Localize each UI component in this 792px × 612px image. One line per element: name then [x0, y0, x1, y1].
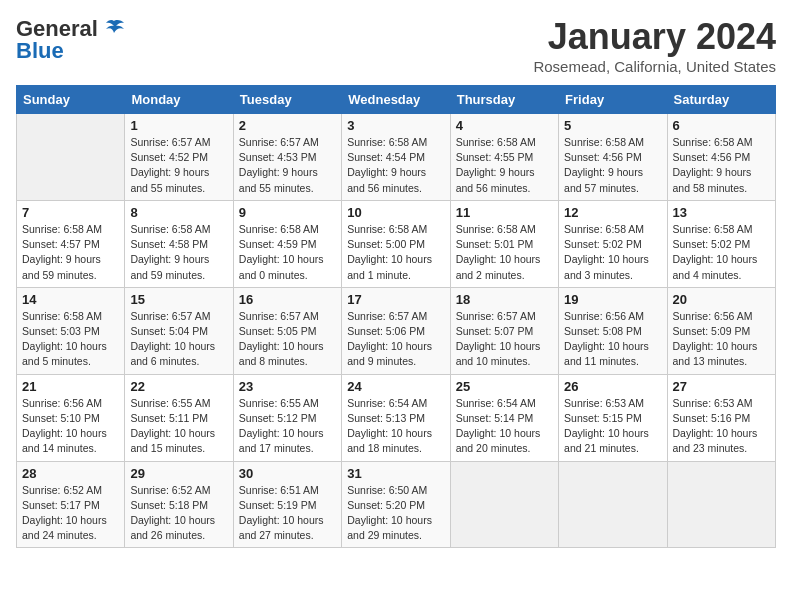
day-info: Sunrise: 6:58 AM Sunset: 4:59 PM Dayligh… — [239, 222, 336, 283]
day-number: 8 — [130, 205, 227, 220]
calendar-cell: 2Sunrise: 6:57 AM Sunset: 4:53 PM Daylig… — [233, 114, 341, 201]
day-number: 6 — [673, 118, 770, 133]
calendar-cell: 7Sunrise: 6:58 AM Sunset: 4:57 PM Daylig… — [17, 200, 125, 287]
day-info: Sunrise: 6:58 AM Sunset: 4:58 PM Dayligh… — [130, 222, 227, 283]
calendar-cell: 15Sunrise: 6:57 AM Sunset: 5:04 PM Dayli… — [125, 287, 233, 374]
calendar-cell — [17, 114, 125, 201]
day-info: Sunrise: 6:58 AM Sunset: 5:03 PM Dayligh… — [22, 309, 119, 370]
day-number: 22 — [130, 379, 227, 394]
logo-bird-icon — [102, 19, 126, 39]
calendar-cell: 20Sunrise: 6:56 AM Sunset: 5:09 PM Dayli… — [667, 287, 775, 374]
calendar-cell: 23Sunrise: 6:55 AM Sunset: 5:12 PM Dayli… — [233, 374, 341, 461]
calendar-cell: 25Sunrise: 6:54 AM Sunset: 5:14 PM Dayli… — [450, 374, 558, 461]
day-info: Sunrise: 6:58 AM Sunset: 4:56 PM Dayligh… — [673, 135, 770, 196]
day-info: Sunrise: 6:58 AM Sunset: 5:00 PM Dayligh… — [347, 222, 444, 283]
calendar-cell: 30Sunrise: 6:51 AM Sunset: 5:19 PM Dayli… — [233, 461, 341, 548]
calendar-cell: 12Sunrise: 6:58 AM Sunset: 5:02 PM Dayli… — [559, 200, 667, 287]
day-number: 19 — [564, 292, 661, 307]
day-info: Sunrise: 6:52 AM Sunset: 5:18 PM Dayligh… — [130, 483, 227, 544]
day-number: 27 — [673, 379, 770, 394]
calendar-cell: 14Sunrise: 6:58 AM Sunset: 5:03 PM Dayli… — [17, 287, 125, 374]
calendar-cell: 11Sunrise: 6:58 AM Sunset: 5:01 PM Dayli… — [450, 200, 558, 287]
day-info: Sunrise: 6:55 AM Sunset: 5:11 PM Dayligh… — [130, 396, 227, 457]
day-info: Sunrise: 6:57 AM Sunset: 4:53 PM Dayligh… — [239, 135, 336, 196]
day-number: 4 — [456, 118, 553, 133]
day-number: 25 — [456, 379, 553, 394]
day-info: Sunrise: 6:58 AM Sunset: 5:02 PM Dayligh… — [673, 222, 770, 283]
logo: General Blue — [16, 16, 126, 64]
day-number: 20 — [673, 292, 770, 307]
calendar-cell: 1Sunrise: 6:57 AM Sunset: 4:52 PM Daylig… — [125, 114, 233, 201]
day-info: Sunrise: 6:56 AM Sunset: 5:09 PM Dayligh… — [673, 309, 770, 370]
day-info: Sunrise: 6:58 AM Sunset: 5:01 PM Dayligh… — [456, 222, 553, 283]
calendar-cell: 22Sunrise: 6:55 AM Sunset: 5:11 PM Dayli… — [125, 374, 233, 461]
week-row-3: 14Sunrise: 6:58 AM Sunset: 5:03 PM Dayli… — [17, 287, 776, 374]
calendar-cell: 28Sunrise: 6:52 AM Sunset: 5:17 PM Dayli… — [17, 461, 125, 548]
calendar-cell: 17Sunrise: 6:57 AM Sunset: 5:06 PM Dayli… — [342, 287, 450, 374]
day-number: 17 — [347, 292, 444, 307]
weekday-header-sunday: Sunday — [17, 86, 125, 114]
weekday-header-saturday: Saturday — [667, 86, 775, 114]
day-number: 24 — [347, 379, 444, 394]
day-number: 21 — [22, 379, 119, 394]
calendar-cell: 10Sunrise: 6:58 AM Sunset: 5:00 PM Dayli… — [342, 200, 450, 287]
weekday-header-thursday: Thursday — [450, 86, 558, 114]
day-number: 23 — [239, 379, 336, 394]
weekday-header-row: SundayMondayTuesdayWednesdayThursdayFrid… — [17, 86, 776, 114]
calendar-cell: 13Sunrise: 6:58 AM Sunset: 5:02 PM Dayli… — [667, 200, 775, 287]
day-number: 30 — [239, 466, 336, 481]
day-info: Sunrise: 6:54 AM Sunset: 5:14 PM Dayligh… — [456, 396, 553, 457]
logo-blue-text: Blue — [16, 38, 64, 64]
calendar-cell: 21Sunrise: 6:56 AM Sunset: 5:10 PM Dayli… — [17, 374, 125, 461]
calendar-cell — [450, 461, 558, 548]
week-row-2: 7Sunrise: 6:58 AM Sunset: 4:57 PM Daylig… — [17, 200, 776, 287]
day-info: Sunrise: 6:58 AM Sunset: 4:54 PM Dayligh… — [347, 135, 444, 196]
day-info: Sunrise: 6:58 AM Sunset: 4:55 PM Dayligh… — [456, 135, 553, 196]
day-number: 14 — [22, 292, 119, 307]
day-number: 18 — [456, 292, 553, 307]
weekday-header-tuesday: Tuesday — [233, 86, 341, 114]
day-info: Sunrise: 6:58 AM Sunset: 4:56 PM Dayligh… — [564, 135, 661, 196]
calendar-cell: 29Sunrise: 6:52 AM Sunset: 5:18 PM Dayli… — [125, 461, 233, 548]
day-number: 2 — [239, 118, 336, 133]
day-info: Sunrise: 6:58 AM Sunset: 4:57 PM Dayligh… — [22, 222, 119, 283]
title-block: January 2024 Rosemead, California, Unite… — [533, 16, 776, 75]
calendar-cell: 16Sunrise: 6:57 AM Sunset: 5:05 PM Dayli… — [233, 287, 341, 374]
day-number: 3 — [347, 118, 444, 133]
day-info: Sunrise: 6:51 AM Sunset: 5:19 PM Dayligh… — [239, 483, 336, 544]
calendar-cell: 19Sunrise: 6:56 AM Sunset: 5:08 PM Dayli… — [559, 287, 667, 374]
day-number: 15 — [130, 292, 227, 307]
day-info: Sunrise: 6:56 AM Sunset: 5:08 PM Dayligh… — [564, 309, 661, 370]
week-row-5: 28Sunrise: 6:52 AM Sunset: 5:17 PM Dayli… — [17, 461, 776, 548]
day-info: Sunrise: 6:55 AM Sunset: 5:12 PM Dayligh… — [239, 396, 336, 457]
day-info: Sunrise: 6:56 AM Sunset: 5:10 PM Dayligh… — [22, 396, 119, 457]
day-info: Sunrise: 6:58 AM Sunset: 5:02 PM Dayligh… — [564, 222, 661, 283]
day-info: Sunrise: 6:57 AM Sunset: 5:04 PM Dayligh… — [130, 309, 227, 370]
day-number: 9 — [239, 205, 336, 220]
calendar-cell: 18Sunrise: 6:57 AM Sunset: 5:07 PM Dayli… — [450, 287, 558, 374]
day-info: Sunrise: 6:57 AM Sunset: 5:07 PM Dayligh… — [456, 309, 553, 370]
day-number: 16 — [239, 292, 336, 307]
page-header: General Blue January 2024 Rosemead, Cali… — [16, 16, 776, 75]
month-title: January 2024 — [533, 16, 776, 58]
calendar-cell — [559, 461, 667, 548]
day-number: 10 — [347, 205, 444, 220]
calendar-cell: 24Sunrise: 6:54 AM Sunset: 5:13 PM Dayli… — [342, 374, 450, 461]
day-number: 29 — [130, 466, 227, 481]
weekday-header-monday: Monday — [125, 86, 233, 114]
day-number: 1 — [130, 118, 227, 133]
week-row-1: 1Sunrise: 6:57 AM Sunset: 4:52 PM Daylig… — [17, 114, 776, 201]
calendar-cell: 27Sunrise: 6:53 AM Sunset: 5:16 PM Dayli… — [667, 374, 775, 461]
calendar-cell: 9Sunrise: 6:58 AM Sunset: 4:59 PM Daylig… — [233, 200, 341, 287]
calendar-cell: 31Sunrise: 6:50 AM Sunset: 5:20 PM Dayli… — [342, 461, 450, 548]
weekday-header-wednesday: Wednesday — [342, 86, 450, 114]
day-number: 28 — [22, 466, 119, 481]
day-info: Sunrise: 6:52 AM Sunset: 5:17 PM Dayligh… — [22, 483, 119, 544]
day-number: 26 — [564, 379, 661, 394]
calendar-cell: 6Sunrise: 6:58 AM Sunset: 4:56 PM Daylig… — [667, 114, 775, 201]
day-info: Sunrise: 6:57 AM Sunset: 4:52 PM Dayligh… — [130, 135, 227, 196]
calendar-cell: 26Sunrise: 6:53 AM Sunset: 5:15 PM Dayli… — [559, 374, 667, 461]
day-info: Sunrise: 6:54 AM Sunset: 5:13 PM Dayligh… — [347, 396, 444, 457]
location-text: Rosemead, California, United States — [533, 58, 776, 75]
calendar-table: SundayMondayTuesdayWednesdayThursdayFrid… — [16, 85, 776, 548]
